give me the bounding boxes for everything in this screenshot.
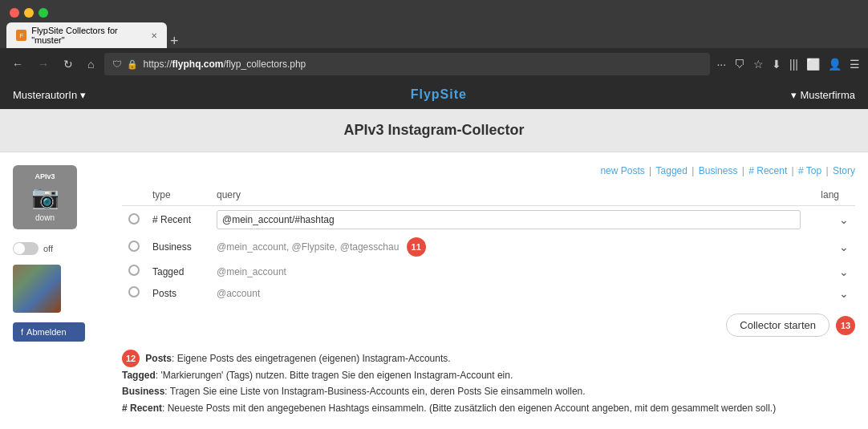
row-radio-button[interactable] xyxy=(128,241,140,252)
new-posts-link[interactable]: new Posts xyxy=(600,165,644,176)
sidebar: APIv3 📷 down off f Abmelden xyxy=(13,165,109,416)
forward-button[interactable]: → xyxy=(34,56,53,72)
posts-lang-chevron[interactable]: ⌄ xyxy=(839,287,849,300)
table-row: # Recent ⌄ xyxy=(122,206,855,234)
badge-13: 13 xyxy=(836,316,855,335)
business-query-text: @mein_account, @Flypsite, @tagesschau xyxy=(217,241,399,253)
row-query-cell: @account xyxy=(210,282,807,304)
separator-1: | xyxy=(649,165,654,176)
library-icon[interactable]: ||| xyxy=(789,58,798,71)
content-area: APIv3 📷 down off f Abmelden new Posts | xyxy=(0,152,868,429)
url-display: https://flyphq.com/flyp_collectors.php xyxy=(143,59,306,70)
header-company-menu[interactable]: ▾ Musterfirma xyxy=(791,89,855,101)
separator-3: | xyxy=(742,165,747,176)
header-company-name: Musterfirma xyxy=(800,89,855,101)
business-link[interactable]: Business xyxy=(699,165,738,176)
page-title: APIv3 Instagram-Collector xyxy=(13,122,855,139)
row-radio-button[interactable] xyxy=(128,265,140,276)
star-icon[interactable]: ☆ xyxy=(753,58,764,71)
row-type-label: Tagged xyxy=(152,266,184,277)
row-radio-cell xyxy=(122,261,146,282)
table-row: Business @mein_account, @Flypsite, @tage… xyxy=(122,233,855,261)
top-link[interactable]: # Top xyxy=(798,165,821,176)
toggle-knob xyxy=(14,243,25,254)
badge-12: 12 xyxy=(122,350,140,367)
row-radio-button[interactable] xyxy=(128,213,140,225)
row-radio-cell xyxy=(122,233,146,261)
sync-icon[interactable]: ⬜ xyxy=(806,58,820,71)
posts-help-label: Posts xyxy=(145,353,172,364)
row-query-cell: @mein_account, @Flypsite, @tagesschau 11 xyxy=(210,233,807,261)
traffic-lights xyxy=(10,8,48,18)
row-type-label: # Recent xyxy=(152,214,191,225)
browser-addressbar: ← → ↻ ⌂ 🛡 🔒 https://flyphq.com/flyp_coll… xyxy=(0,48,868,80)
row-type-label: Posts xyxy=(152,288,176,299)
close-window-button[interactable] xyxy=(10,8,19,18)
header-user-chevron: ▾ xyxy=(80,89,86,101)
story-link[interactable]: Story xyxy=(833,165,855,176)
menu-icon[interactable]: ☰ xyxy=(850,58,860,71)
separator-5: | xyxy=(826,165,831,176)
row-type-cell: Tagged xyxy=(146,261,210,282)
api-icon-box: APIv3 📷 down xyxy=(13,165,77,229)
tagged-help-label: Tagged xyxy=(122,370,156,381)
collector-start-button[interactable]: Collector starten xyxy=(726,314,829,337)
address-bar[interactable]: 🛡 🔒 https://flyphq.com/flyp_collectors.p… xyxy=(104,53,710,75)
badge-11: 11 xyxy=(407,237,426,257)
type-header: type xyxy=(146,184,210,206)
download-icon[interactable]: ⬇ xyxy=(772,58,781,71)
posts-query-text: @account xyxy=(217,288,260,299)
main-content: new Posts | Tagged | Business | # Recent… xyxy=(122,165,855,416)
row-radio-button[interactable] xyxy=(128,286,140,297)
app-logo: FlypSite xyxy=(411,87,467,102)
page-wrapper: APIv3 Instagram-Collector APIv3 📷 down o… xyxy=(0,109,868,429)
home-button[interactable]: ⌂ xyxy=(83,56,98,72)
maximize-window-button[interactable] xyxy=(39,8,48,18)
toggle-label: off xyxy=(43,244,53,253)
select-header xyxy=(122,184,146,206)
business-lang-chevron[interactable]: ⌄ xyxy=(839,241,849,253)
collectors-table: type query lang # Recent xyxy=(122,184,855,304)
table-header-row: type query lang xyxy=(122,184,855,206)
posts-help-text: : Eigene Posts des eingetragenen (eigene… xyxy=(172,353,451,364)
app-header: MusterautorIn ▾ FlypSite ▾ Musterfirma xyxy=(0,80,868,109)
shield-icon: 🛡 xyxy=(112,59,122,70)
profile-icon[interactable]: 👤 xyxy=(828,58,842,71)
user-avatar xyxy=(13,265,61,313)
table-row: Tagged @mein_account ⌄ xyxy=(122,261,855,282)
reload-button[interactable]: ↻ xyxy=(59,56,77,72)
toggle-row: off xyxy=(13,242,109,255)
page-title-bar: APIv3 Instagram-Collector xyxy=(0,109,868,152)
row-query-cell[interactable] xyxy=(210,206,807,234)
api-toggle[interactable] xyxy=(13,242,39,255)
tagged-link[interactable]: Tagged xyxy=(656,165,688,176)
row-lang-cell: ⌄ xyxy=(807,261,855,282)
row-radio-cell xyxy=(122,282,146,304)
recent-help-label: # Recent xyxy=(122,403,162,414)
recent-help-text: : Neueste Posts mit den angegebenen Hash… xyxy=(162,403,776,414)
row-type-cell: # Recent xyxy=(146,206,210,234)
minimize-window-button[interactable] xyxy=(24,8,34,18)
row-lang-cell: ⌄ xyxy=(807,282,855,304)
business-help-label: Business xyxy=(122,386,164,397)
bookmarks-icon[interactable]: ⛉ xyxy=(734,58,745,71)
row-type-cell: Business xyxy=(146,233,210,261)
new-tab-button[interactable]: + xyxy=(170,34,179,48)
back-button[interactable]: ← xyxy=(8,56,27,72)
tab-favicon: F xyxy=(16,30,26,41)
separator-2: | xyxy=(692,165,696,176)
separator-4: | xyxy=(792,165,797,176)
header-user-menu[interactable]: MusterautorIn ▾ xyxy=(13,89,86,101)
recent-query-input[interactable] xyxy=(217,210,801,229)
tagged-lang-chevron[interactable]: ⌄ xyxy=(839,265,849,278)
tab-title: FlypSite Collectors for "muster" xyxy=(31,26,146,45)
business-help-text: : Tragen Sie eine Liste von Instagram-Bu… xyxy=(164,386,585,397)
facebook-logout-button[interactable]: f Abmelden xyxy=(13,322,85,342)
more-options-icon[interactable]: ··· xyxy=(716,58,726,71)
recent-link[interactable]: # Recent xyxy=(748,165,787,176)
active-browser-tab[interactable]: F FlypSite Collectors for "muster" ✕ xyxy=(6,22,167,48)
tagged-help-text: : 'Markierungen' (Tags) nutzen. Bitte tr… xyxy=(156,370,513,381)
tab-close-button[interactable]: ✕ xyxy=(151,31,157,40)
recent-lang-chevron[interactable]: ⌄ xyxy=(839,213,849,226)
table-row: Posts @account ⌄ xyxy=(122,282,855,304)
